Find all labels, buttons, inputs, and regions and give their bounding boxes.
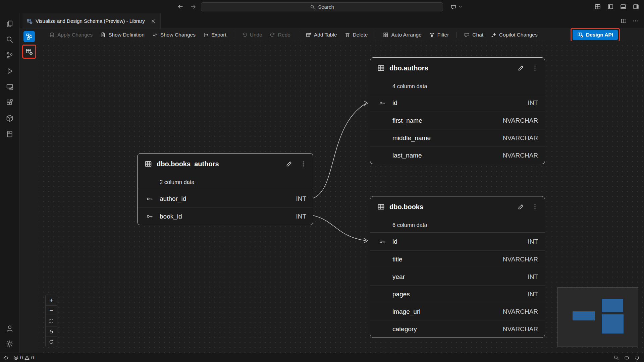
undo-button[interactable]: Undo: [241, 32, 262, 38]
refresh-icon: [49, 339, 54, 345]
copilot-chat-button[interactable]: [449, 3, 464, 11]
table-menu-icon[interactable]: [531, 64, 539, 72]
account-icon[interactable]: [4, 323, 15, 334]
database-projects-icon[interactable]: [4, 128, 15, 140]
lock-canvas-button[interactable]: [46, 326, 57, 337]
column-row[interactable]: last_name NVARCHAR: [370, 146, 545, 164]
column-row[interactable]: title NVARCHAR: [370, 250, 545, 268]
zoom-out-button[interactable]: −: [46, 305, 57, 316]
column-list: author_id INT book_id INT: [138, 190, 313, 225]
minimap[interactable]: [557, 287, 638, 347]
edit-table-icon[interactable]: [517, 64, 525, 72]
column-row[interactable]: book_id INT: [138, 207, 313, 225]
copilot-status-icon[interactable]: [624, 355, 630, 361]
chat-button[interactable]: Chat: [464, 32, 483, 38]
schema-diagram-icon: [25, 33, 33, 40]
apply-changes-button[interactable]: Apply Changes: [49, 32, 93, 38]
schema-canvas[interactable]: dbo.authors 4 column data id: [39, 41, 644, 353]
split-editor-icon[interactable]: [621, 18, 627, 24]
show-changes-button[interactable]: Show Changes: [152, 32, 196, 38]
table-menu-icon[interactable]: [300, 160, 307, 168]
database-icon[interactable]: [4, 113, 15, 124]
schema-designer-tab-icon: [26, 18, 33, 24]
show-definition-button[interactable]: Show Definition: [100, 32, 145, 38]
table-header: dbo.authors: [370, 58, 545, 78]
column-row[interactable]: category NVARCHAR: [370, 320, 545, 338]
table-icon: [144, 160, 152, 168]
export-button[interactable]: Export: [203, 32, 226, 38]
design-api-button[interactable]: Design API: [573, 30, 618, 40]
add-table-button[interactable]: Add Table: [306, 32, 337, 38]
table-card-books[interactable]: dbo.books 6 column data id: [370, 196, 545, 338]
edit-table-icon[interactable]: [285, 160, 293, 168]
editor-group: Visualize and Design Schema (Preview) - …: [19, 13, 644, 353]
explorer-icon[interactable]: [4, 18, 15, 29]
column-row[interactable]: author_id INT: [138, 190, 313, 207]
editor-body: Apply Changes Show Definition Show Chang…: [19, 29, 644, 353]
refresh-button[interactable]: [46, 337, 57, 347]
column-row[interactable]: first_name NVARCHAR: [370, 112, 545, 129]
problems-indicator[interactable]: 0 0: [13, 355, 34, 361]
table-name: dbo.books_authors: [157, 160, 219, 168]
primary-key-icon: [379, 238, 386, 245]
chevron-down-icon: [458, 5, 463, 9]
column-row[interactable]: middle_name NVARCHAR: [370, 129, 545, 146]
auto-arrange-button[interactable]: Auto Arrange: [383, 32, 421, 38]
lock-icon: [49, 329, 54, 334]
search-label: Search: [318, 4, 334, 10]
extensions-icon[interactable]: [4, 97, 15, 108]
column-row[interactable]: id INT: [370, 233, 545, 250]
filter-button[interactable]: Filter: [429, 32, 449, 38]
schema-diagram-view-button[interactable]: [23, 31, 35, 42]
column-list: id INT first_name NVARCHAR: [370, 94, 545, 164]
vscode-window: Search: [0, 0, 644, 362]
copilot-changes-button[interactable]: Copilot Changes: [491, 32, 538, 38]
column-row[interactable]: id INT: [370, 94, 545, 112]
tab-close-icon[interactable]: [150, 18, 156, 24]
settings-gear-icon[interactable]: [4, 338, 15, 350]
design-api-icon: [577, 32, 583, 38]
toggle-sidebar-icon[interactable]: [607, 3, 614, 10]
column-row[interactable]: image_url NVARCHAR: [370, 303, 545, 320]
chat-icon: [464, 32, 470, 38]
edit-table-icon[interactable]: [517, 203, 525, 210]
zoom-status-icon[interactable]: [613, 355, 619, 361]
table-menu-icon[interactable]: [531, 203, 539, 210]
toggle-panel-icon[interactable]: [620, 3, 627, 10]
trash-icon: [344, 32, 351, 38]
source-control-icon[interactable]: [4, 50, 15, 61]
activity-bar: [0, 13, 19, 353]
column-row[interactable]: pages INT: [370, 285, 545, 303]
search-input[interactable]: Search: [201, 2, 443, 11]
delete-button[interactable]: Delete: [344, 32, 368, 38]
table-icon: [377, 64, 385, 72]
table-gear-icon: [25, 48, 33, 55]
search-icon: [310, 4, 315, 10]
redo-button[interactable]: Redo: [270, 32, 290, 38]
remote-explorer-icon[interactable]: [4, 81, 15, 93]
primary-key-icon: [379, 100, 386, 107]
run-debug-icon[interactable]: [4, 65, 15, 77]
table-name: dbo.books: [389, 203, 423, 211]
zoom-in-button[interactable]: +: [46, 295, 57, 305]
fit-view-button[interactable]: [46, 316, 57, 326]
editor-actions: [621, 13, 644, 28]
table-card-authors[interactable]: dbo.authors 4 column data id: [370, 57, 545, 164]
column-row[interactable]: year INT: [370, 268, 545, 285]
table-card-books-authors[interactable]: dbo.books_authors 2 column data: [137, 153, 313, 225]
notifications-bell-icon[interactable]: [634, 355, 640, 361]
fk-arrow-authors: [313, 104, 366, 198]
table-definition-view-button[interactable]: [23, 46, 35, 57]
layout-controls: [594, 0, 639, 13]
remote-indicator-icon[interactable]: [3, 355, 9, 361]
tab-schema-designer[interactable]: Visualize and Design Schema (Preview) - …: [22, 13, 161, 28]
back-icon[interactable]: [177, 3, 184, 10]
forward-icon[interactable]: [190, 3, 197, 10]
more-actions-icon[interactable]: [632, 18, 639, 24]
toggle-secondary-sidebar-icon[interactable]: [633, 3, 639, 10]
annotation-box-rail: [22, 45, 36, 59]
warning-count: 0: [31, 355, 34, 360]
search-sidebar-icon[interactable]: [4, 34, 15, 45]
customize-layout-icon[interactable]: [594, 3, 601, 10]
auto-arrange-icon: [383, 32, 389, 38]
